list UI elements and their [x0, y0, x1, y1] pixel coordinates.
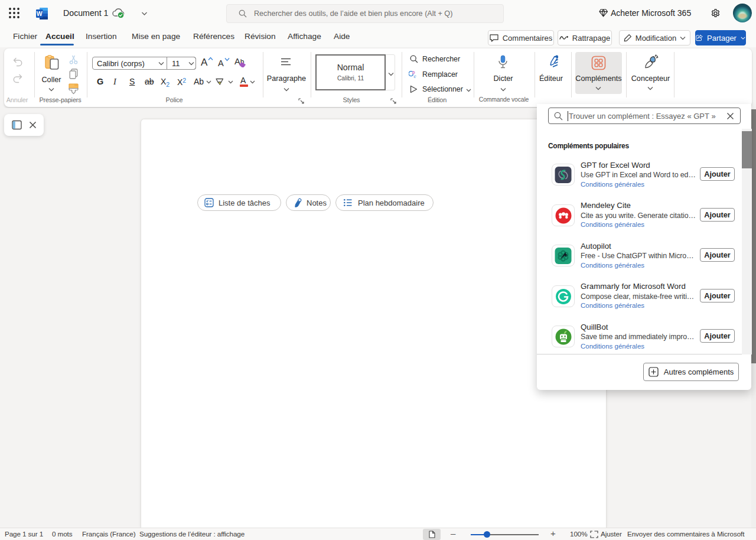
svg-text:c: c: [414, 74, 416, 79]
svg-text:W: W: [37, 10, 43, 17]
